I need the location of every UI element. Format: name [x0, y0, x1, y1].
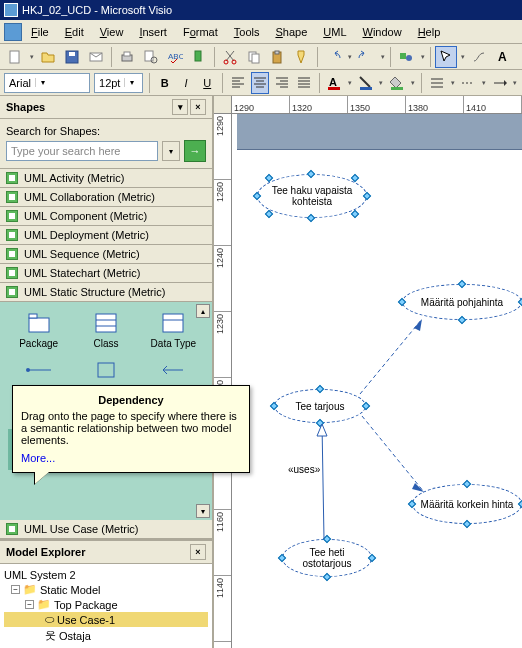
connector-button[interactable] [468, 46, 490, 68]
explorer-close-button[interactable]: × [190, 544, 206, 560]
stencil-item[interactable]: UML Activity (Metric) [0, 169, 212, 188]
tooltip-more-link[interactable]: More... [21, 452, 241, 464]
line-ends-button[interactable] [491, 72, 509, 94]
tree-package[interactable]: − 📁 Top Package [4, 597, 208, 612]
tree-static[interactable]: − 📁 Static Model [4, 582, 208, 597]
canvas[interactable]: Tee haku vapaista kohteista Määritä pohj… [232, 114, 522, 648]
shape-item[interactable]: Package [8, 310, 69, 351]
usecase-node[interactable]: Määritä korkein hinta [412, 484, 522, 524]
search-dropdown[interactable]: ▾ [162, 141, 180, 161]
align-justify-button[interactable] [295, 72, 313, 94]
stencil-item[interactable]: UML Sequence (Metric) [0, 245, 212, 264]
mail-button[interactable] [85, 46, 107, 68]
font-name-combo[interactable]: Arial▾ [4, 73, 90, 93]
menu-help[interactable]: Help [411, 23, 448, 41]
ruler-vertical: 12901260124012301200118011601140 [214, 114, 232, 648]
node-label: Tee haku vapaista kohteista [260, 185, 364, 207]
explorer-tree[interactable]: UML System 2 − 📁 Static Model − 📁 Top Pa… [0, 564, 212, 648]
preview-button[interactable] [140, 46, 162, 68]
shape-item[interactable]: Data Type [143, 310, 204, 351]
spell-button[interactable]: ABC [164, 46, 186, 68]
menu-format[interactable]: Format [176, 23, 225, 41]
stencil-usecase[interactable]: UML Use Case (Metric) [0, 520, 212, 539]
menu-file[interactable]: File [24, 23, 56, 41]
paste-button[interactable] [267, 46, 289, 68]
tree-usecase[interactable]: ⬭ Use Case-1 [4, 612, 208, 627]
svg-rect-21 [360, 87, 372, 90]
underline-button[interactable]: U [199, 72, 216, 94]
svg-text:A: A [329, 76, 337, 88]
search-input[interactable]: Type your search here [6, 141, 158, 161]
shape-item[interactable] [143, 357, 204, 387]
line-weight-button[interactable] [428, 72, 446, 94]
formatting-toolbar: Arial▾ 12pt▾ B I U A▾ ▾ ▾ ▾ ▾ ▾ [0, 70, 522, 96]
align-center-button[interactable] [251, 72, 269, 94]
fill-color-button[interactable] [388, 72, 406, 94]
font-color-button[interactable]: A [325, 72, 343, 94]
svg-marker-43 [412, 483, 424, 492]
menu-tools[interactable]: Tools [227, 23, 267, 41]
menu-shape[interactable]: Shape [268, 23, 314, 41]
svg-rect-9 [195, 51, 201, 61]
stencil-item[interactable]: UML Static Structure (Metric) [0, 283, 212, 302]
shape-item[interactable]: Class [75, 310, 136, 351]
menu-bar: File Edit View Insert Format Tools Shape… [0, 20, 522, 44]
tree-actor[interactable]: 웃 Ostaja [4, 627, 208, 644]
stencil-item[interactable]: UML Collaboration (Metric) [0, 188, 212, 207]
line-color-button[interactable] [357, 72, 375, 94]
stencil-item[interactable]: UML Statechart (Metric) [0, 264, 212, 283]
pointer-button[interactable] [435, 46, 457, 68]
align-left-button[interactable] [229, 72, 247, 94]
scroll-down-button[interactable]: ▾ [196, 504, 210, 518]
text-button[interactable]: A [492, 46, 514, 68]
shapes-button[interactable] [395, 46, 417, 68]
panel-menu-button[interactable]: ▾ [172, 99, 188, 115]
copy-button[interactable] [243, 46, 265, 68]
tooltip-body: Drag onto the page to specify where ther… [21, 410, 241, 446]
shape-item[interactable] [75, 357, 136, 387]
standard-toolbar: ▾ ABC ▾ ▾ ▾ ▾ A [0, 44, 522, 70]
shape-item[interactable] [8, 357, 69, 387]
menu-window[interactable]: Window [356, 23, 409, 41]
scroll-up-button[interactable]: ▴ [196, 304, 210, 318]
usecase-node[interactable]: Tee haku vapaista kohteista [257, 174, 367, 218]
cut-button[interactable] [219, 46, 241, 68]
svg-point-17 [406, 55, 412, 61]
stencil-item[interactable]: UML Component (Metric) [0, 207, 212, 226]
font-size-combo[interactable]: 12pt▾ [94, 73, 143, 93]
usecase-node[interactable]: Tee heti ostotarjous [282, 539, 372, 577]
open-button[interactable] [37, 46, 59, 68]
menu-view[interactable]: View [93, 23, 131, 41]
tree-root[interactable]: UML System 2 [4, 568, 208, 582]
svg-text:ABC: ABC [168, 52, 183, 61]
app-icon [4, 3, 18, 17]
print-button[interactable] [116, 46, 138, 68]
usecase-node[interactable]: Tee tarjous [274, 389, 366, 423]
bold-button[interactable]: B [156, 72, 173, 94]
svg-rect-28 [163, 314, 183, 332]
panel-close-button[interactable]: × [190, 99, 206, 115]
explorer-title: Model Explorer [6, 546, 85, 558]
new-button[interactable] [4, 46, 26, 68]
tooltip: Dependency Drag onto the page to specify… [12, 385, 250, 473]
research-button[interactable] [188, 46, 210, 68]
align-right-button[interactable] [273, 72, 291, 94]
title-bar: HKJ_02_UCD - Microsoft Visio [0, 0, 522, 20]
save-button[interactable] [61, 46, 83, 68]
doc-icon [4, 23, 22, 41]
usecase-node[interactable]: Määritä pohjahinta [402, 284, 522, 320]
italic-button[interactable]: I [177, 72, 194, 94]
main-area: Shapes ▾ × Search for Shapes: Type your … [0, 96, 522, 648]
menu-uml[interactable]: UML [316, 23, 353, 41]
line-pattern-button[interactable] [459, 72, 477, 94]
undo-button[interactable] [322, 46, 344, 68]
svg-rect-23 [29, 318, 49, 332]
search-go-button[interactable]: → [184, 140, 206, 162]
stencil-item[interactable]: UML Deployment (Metric) [0, 226, 212, 245]
redo-button[interactable] [355, 46, 377, 68]
svg-point-31 [26, 368, 30, 372]
drawing-area[interactable]: 12901320135013801410 1290126012401230120… [214, 96, 522, 648]
menu-edit[interactable]: Edit [58, 23, 91, 41]
menu-insert[interactable]: Insert [132, 23, 174, 41]
format-painter-button[interactable] [291, 46, 313, 68]
